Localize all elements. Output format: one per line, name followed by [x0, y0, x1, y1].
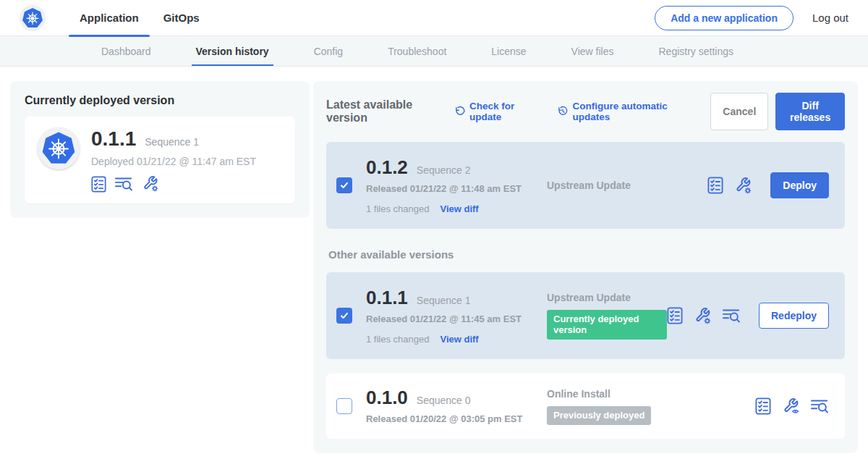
currently-deployed-badge: Currently deployed version	[547, 310, 667, 340]
version-checkbox[interactable]	[336, 308, 352, 324]
tab-application-label: Application	[80, 12, 139, 24]
deploy-button[interactable]: Deploy	[770, 172, 829, 198]
view-logs-icon[interactable]	[723, 308, 741, 324]
version-source: Online Install	[547, 388, 755, 400]
currently-deployed-panel: Currently deployed version 0.1	[10, 81, 310, 218]
current-version-sequence: Sequence 1	[145, 136, 199, 148]
subtab-registry-settings[interactable]: Registry settings	[658, 36, 733, 66]
version-checkbox[interactable]	[336, 177, 352, 193]
add-application-button[interactable]: Add a new application	[655, 6, 793, 30]
version-row-0-1-0: 0.1.0 Sequence 0 Released 01/20/22 @ 03:…	[326, 374, 845, 439]
view-logs-icon[interactable]	[811, 398, 829, 414]
tab-application[interactable]: Application	[67, 0, 151, 36]
check-for-update-link[interactable]: Check for update	[455, 101, 541, 122]
currently-deployed-title: Currently deployed version	[25, 94, 295, 107]
version-source: Upstream Update	[547, 180, 707, 191]
preflight-checks-icon[interactable]	[667, 307, 683, 324]
released-timestamp: Released 01/20/22 @ 03:05 pm EST	[366, 413, 540, 426]
cancel-button[interactable]: Cancel	[710, 93, 768, 130]
edit-config-icon[interactable]	[694, 307, 712, 325]
available-versions-panel: Latest available version Check for updat…	[313, 81, 858, 453]
files-changed: 1 files changed	[366, 334, 429, 345]
view-diff-link[interactable]: View diff	[440, 203, 478, 214]
version-sequence: Sequence 1	[417, 295, 471, 306]
current-deployed-timestamp: Deployed 01/21/22 @ 11:47 am EST	[91, 156, 256, 167]
configure-automatic-updates-label: Configure automatic updates	[573, 101, 694, 122]
version-sequence: Sequence 0	[417, 395, 471, 406]
diff-releases-button[interactable]: Diff releases	[775, 93, 845, 130]
version-source: Upstream Update	[547, 292, 667, 303]
version-row-0-1-1: 0.1.1 Sequence 1 Released 01/21/22 @ 11:…	[326, 272, 845, 359]
view-diff-link[interactable]: View diff	[440, 334, 478, 345]
subtab-view-files[interactable]: View files	[571, 36, 614, 66]
configure-automatic-updates-link[interactable]: Configure automatic updates	[558, 101, 693, 122]
edit-config-icon[interactable]	[734, 177, 752, 195]
latest-available-title: Latest available version	[326, 98, 443, 125]
tab-gitops[interactable]: GitOps	[151, 0, 212, 36]
preflight-checks-icon[interactable]	[707, 177, 723, 194]
preflight-checks-icon[interactable]	[755, 397, 771, 415]
other-available-versions-title: Other available versions	[328, 248, 845, 261]
files-changed: 1 files changed	[366, 203, 429, 214]
sub-nav: Dashboard Version history Config Trouble…	[0, 36, 868, 67]
redeploy-button[interactable]: Redeploy	[759, 303, 829, 329]
released-timestamp: Released 01/21/22 @ 11:45 am EST	[366, 313, 540, 326]
version-row-0-1-2: 0.1.2 Sequence 2 Released 01/21/22 @ 11:…	[326, 142, 845, 229]
previously-deployed-badge: Previously deployed	[547, 406, 651, 425]
subtab-version-history[interactable]: Version history	[196, 36, 269, 66]
clock-refresh-icon	[558, 106, 568, 117]
tab-gitops-label: GitOps	[163, 12, 200, 24]
application-tabs: Application GitOps	[67, 0, 212, 36]
refresh-icon	[455, 106, 465, 117]
currently-deployed-card: 0.1.1 Sequence 1 Deployed 01/21/22 @ 11:…	[25, 117, 295, 203]
version-checkbox[interactable]	[336, 398, 352, 414]
current-version-number: 0.1.1	[91, 127, 136, 151]
check-for-update-label: Check for update	[469, 101, 540, 122]
kubernetes-logo	[20, 5, 46, 31]
logout-link[interactable]: Log out	[812, 12, 848, 24]
subtab-license[interactable]: License	[491, 36, 526, 66]
edit-config-icon[interactable]	[142, 175, 159, 193]
kubernetes-app-icon	[38, 127, 80, 169]
released-timestamp: Released 01/21/22 @ 11:48 am EST	[366, 182, 540, 195]
subtab-dashboard[interactable]: Dashboard	[101, 36, 151, 66]
subtab-config[interactable]: Config	[314, 36, 343, 66]
preflight-checks-icon[interactable]	[91, 176, 106, 193]
view-logs-icon[interactable]	[115, 176, 133, 192]
version-number: 0.1.1	[366, 287, 408, 309]
version-sequence: Sequence 2	[417, 164, 471, 176]
version-number: 0.1.0	[366, 387, 408, 409]
subtab-troubleshoot[interactable]: Troubleshoot	[388, 36, 446, 66]
view-config-icon[interactable]	[782, 397, 800, 416]
version-number: 0.1.2	[366, 156, 408, 179]
top-nav: Application GitOps Add a new application…	[0, 0, 868, 36]
